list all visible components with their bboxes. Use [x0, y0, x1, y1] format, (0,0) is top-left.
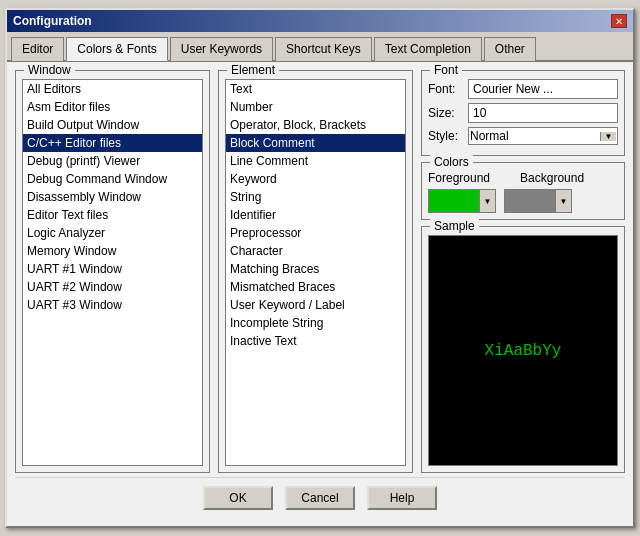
- help-button[interactable]: Help: [367, 486, 437, 510]
- tab-user-keywords[interactable]: User Keywords: [170, 37, 273, 61]
- sample-group: Sample XiAaBbYy: [421, 226, 625, 473]
- tab-text-completion[interactable]: Text Completion: [374, 37, 482, 61]
- list-item[interactable]: Preprocessor: [226, 224, 405, 242]
- list-item[interactable]: Mismatched Braces: [226, 278, 405, 296]
- list-item[interactable]: UART #3 Window: [23, 296, 202, 314]
- element-list[interactable]: Text Number Operator, Block, Brackets Bl…: [225, 79, 406, 466]
- element-group-label: Element: [227, 63, 279, 77]
- list-item[interactable]: Debug Command Window: [23, 170, 202, 188]
- list-item[interactable]: Number: [226, 98, 405, 116]
- font-label: Font:: [428, 82, 468, 96]
- window-list-container: All Editors Asm Editor files Build Outpu…: [22, 79, 203, 466]
- size-value[interactable]: 10: [468, 103, 618, 123]
- foreground-dropdown-arrow[interactable]: ▼: [479, 190, 495, 212]
- foreground-color-button[interactable]: ▼: [428, 189, 496, 213]
- window-group: Window All Editors Asm Editor files Buil…: [15, 70, 210, 473]
- window-group-label: Window: [24, 63, 75, 77]
- list-item[interactable]: Character: [226, 242, 405, 260]
- style-row: Style: Normal ▼: [428, 127, 618, 145]
- list-item[interactable]: Block Comment: [226, 134, 405, 152]
- list-item[interactable]: User Keyword / Label: [226, 296, 405, 314]
- font-value[interactable]: Courier New ...: [468, 79, 618, 99]
- list-item[interactable]: String: [226, 188, 405, 206]
- list-item[interactable]: Debug (printf) Viewer: [23, 152, 202, 170]
- list-item[interactable]: Incomplete String: [226, 314, 405, 332]
- list-item[interactable]: Operator, Block, Brackets: [226, 116, 405, 134]
- list-item[interactable]: UART #1 Window: [23, 260, 202, 278]
- font-group: Font Font: Courier New ... Size: 10 Styl…: [421, 70, 625, 156]
- background-label: Background: [520, 171, 584, 185]
- colors-group-label: Colors: [430, 155, 473, 169]
- sample-box: XiAaBbYy: [428, 235, 618, 466]
- foreground-swatch: [429, 190, 479, 212]
- background-dropdown-arrow[interactable]: ▼: [555, 190, 571, 212]
- list-item[interactable]: Disassembly Window: [23, 188, 202, 206]
- colors-row: ▼ ▼: [428, 189, 618, 213]
- list-item[interactable]: Logic Analyzer: [23, 224, 202, 242]
- window-list[interactable]: All Editors Asm Editor files Build Outpu…: [22, 79, 203, 466]
- chevron-down-icon[interactable]: ▼: [600, 132, 616, 141]
- dialog-title: Configuration: [13, 14, 92, 28]
- sample-group-label: Sample: [430, 219, 479, 233]
- list-item[interactable]: Keyword: [226, 170, 405, 188]
- font-group-label: Font: [430, 63, 462, 77]
- tab-other[interactable]: Other: [484, 37, 536, 61]
- sample-text: XiAaBbYy: [485, 342, 562, 360]
- list-item[interactable]: Editor Text files: [23, 206, 202, 224]
- title-bar: Configuration ✕: [7, 10, 633, 32]
- font-row: Font: Courier New ...: [428, 79, 618, 99]
- size-label: Size:: [428, 106, 468, 120]
- style-value: Normal: [470, 129, 509, 143]
- list-item[interactable]: Asm Editor files: [23, 98, 202, 116]
- tab-colors-fonts[interactable]: Colors & Fonts: [66, 37, 167, 61]
- background-color-button[interactable]: ▼: [504, 189, 572, 213]
- colors-header: Foreground Background: [428, 171, 618, 185]
- tab-editor[interactable]: Editor: [11, 37, 64, 61]
- list-item[interactable]: Build Output Window: [23, 116, 202, 134]
- configuration-dialog: Configuration ✕ Editor Colors & Fonts Us…: [5, 8, 635, 528]
- list-item[interactable]: C/C++ Editor files: [23, 134, 202, 152]
- style-select[interactable]: Normal ▼: [468, 127, 618, 145]
- ok-button[interactable]: OK: [203, 486, 273, 510]
- list-item[interactable]: Identifier: [226, 206, 405, 224]
- list-item[interactable]: Inactive Text: [226, 332, 405, 350]
- background-swatch: [505, 190, 555, 212]
- tab-bar: Editor Colors & Fonts User Keywords Shor…: [7, 32, 633, 62]
- list-item[interactable]: Line Comment: [226, 152, 405, 170]
- panels-container: Window All Editors Asm Editor files Buil…: [15, 70, 625, 477]
- element-list-container: Text Number Operator, Block, Brackets Bl…: [225, 79, 406, 466]
- cancel-button[interactable]: Cancel: [285, 486, 355, 510]
- font-colors-panel: Font Font: Courier New ... Size: 10 Styl…: [421, 70, 625, 477]
- foreground-label: Foreground: [428, 171, 490, 185]
- list-item[interactable]: All Editors: [23, 80, 202, 98]
- list-item[interactable]: Matching Braces: [226, 260, 405, 278]
- main-content: Window All Editors Asm Editor files Buil…: [7, 62, 633, 526]
- close-button[interactable]: ✕: [611, 14, 627, 28]
- list-item[interactable]: Text: [226, 80, 405, 98]
- bottom-bar: OK Cancel Help: [15, 477, 625, 518]
- list-item[interactable]: Memory Window: [23, 242, 202, 260]
- size-row: Size: 10: [428, 103, 618, 123]
- style-label: Style:: [428, 129, 468, 143]
- list-item[interactable]: UART #2 Window: [23, 278, 202, 296]
- colors-group: Colors Foreground Background ▼ ▼: [421, 162, 625, 220]
- element-group: Element Text Number Operator, Block, Bra…: [218, 70, 413, 473]
- tab-shortcut-keys[interactable]: Shortcut Keys: [275, 37, 372, 61]
